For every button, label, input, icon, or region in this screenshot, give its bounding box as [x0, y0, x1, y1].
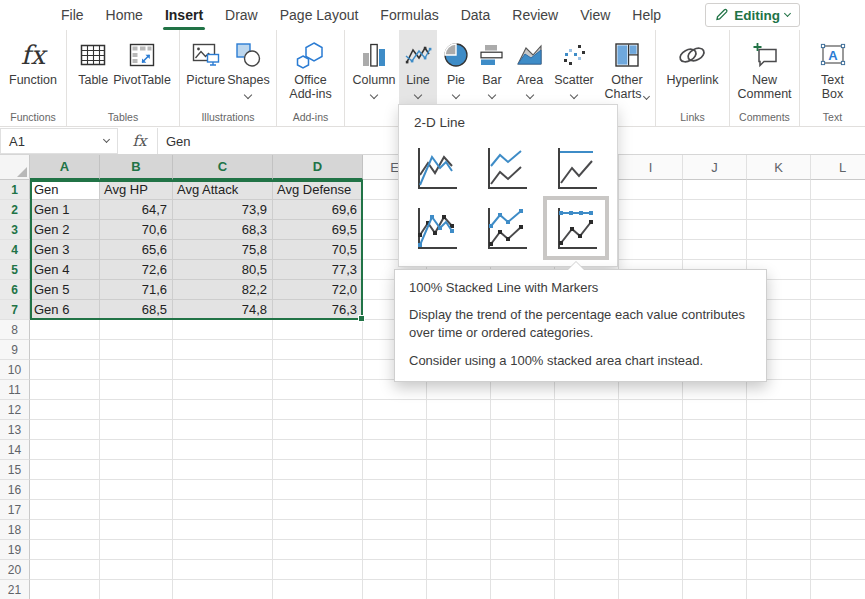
cell-E15[interactable] [363, 460, 427, 480]
pie-chart-button[interactable]: Pie [439, 30, 473, 110]
cell-J17[interactable] [683, 500, 747, 520]
cell-C20[interactable] [173, 560, 273, 580]
column-header-I[interactable]: I [619, 155, 683, 180]
cell-J12[interactable] [683, 400, 747, 420]
tab-page-layout[interactable]: Page Layout [269, 0, 370, 30]
cell-C21[interactable] [173, 580, 273, 599]
cell-G13[interactable] [491, 420, 555, 440]
cell-A10[interactable] [30, 360, 100, 380]
cell-B6[interactable]: 71,6 [100, 280, 173, 300]
cell-A1[interactable]: Gen [30, 180, 100, 200]
cell-K19[interactable] [747, 540, 811, 560]
cell-F12[interactable] [427, 400, 491, 420]
tab-insert[interactable]: Insert [154, 0, 214, 30]
cell-K13[interactable] [747, 420, 811, 440]
cell-L17[interactable] [811, 500, 865, 520]
cell-F18[interactable] [427, 520, 491, 540]
cell-C7[interactable]: 74,8 [173, 300, 273, 320]
cell-B8[interactable] [100, 320, 173, 340]
cell-I19[interactable] [619, 540, 683, 560]
cell-G12[interactable] [491, 400, 555, 420]
cell-C8[interactable] [173, 320, 273, 340]
cell-B1[interactable]: Avg HP [100, 180, 173, 200]
cell-C1[interactable]: Avg Attack [173, 180, 273, 200]
row-header-4[interactable]: 4 [0, 240, 30, 260]
pivottable-button[interactable]: PivotTable [113, 30, 171, 110]
cell-D9[interactable] [273, 340, 363, 360]
cell-G21[interactable] [491, 580, 555, 599]
cell-B10[interactable] [100, 360, 173, 380]
cell-E20[interactable] [363, 560, 427, 580]
cell-E21[interactable] [363, 580, 427, 599]
cell-B18[interactable] [100, 520, 173, 540]
cell-L20[interactable] [811, 560, 865, 580]
cell-B20[interactable] [100, 560, 173, 580]
cell-G16[interactable] [491, 480, 555, 500]
cell-H12[interactable] [555, 400, 619, 420]
cell-C11[interactable] [173, 380, 273, 400]
cell-J19[interactable] [683, 540, 747, 560]
cell-F14[interactable] [427, 440, 491, 460]
column-chart-button[interactable]: Column [351, 30, 397, 110]
cell-G14[interactable] [491, 440, 555, 460]
cell-E11[interactable] [363, 380, 427, 400]
100-stacked-line-with-markers-chart-option[interactable] [552, 205, 600, 251]
cell-B3[interactable]: 70,6 [100, 220, 173, 240]
cell-A13[interactable] [30, 420, 100, 440]
cell-K11[interactable] [747, 380, 811, 400]
cell-F17[interactable] [427, 500, 491, 520]
text-box-button[interactable]: A Text Box [815, 30, 851, 110]
cell-J2[interactable] [683, 200, 747, 220]
cell-H19[interactable] [555, 540, 619, 560]
cell-I17[interactable] [619, 500, 683, 520]
cell-H21[interactable] [555, 580, 619, 599]
cell-A9[interactable] [30, 340, 100, 360]
cell-I18[interactable] [619, 520, 683, 540]
cell-G19[interactable] [491, 540, 555, 560]
cell-K21[interactable] [747, 580, 811, 599]
row-header-3[interactable]: 3 [0, 220, 30, 240]
column-header-J[interactable]: J [683, 155, 747, 180]
fill-handle[interactable] [358, 315, 365, 322]
cell-G15[interactable] [491, 460, 555, 480]
cell-L21[interactable] [811, 580, 865, 599]
tab-help[interactable]: Help [621, 0, 672, 30]
cell-B12[interactable] [100, 400, 173, 420]
cell-L4[interactable] [811, 240, 865, 260]
cell-K4[interactable] [747, 240, 811, 260]
column-header-L[interactable]: L [811, 155, 865, 180]
tab-review[interactable]: Review [501, 0, 569, 30]
cell-E17[interactable] [363, 500, 427, 520]
cell-L12[interactable] [811, 400, 865, 420]
row-header-5[interactable]: 5 [0, 260, 30, 280]
cell-I2[interactable] [619, 200, 683, 220]
cell-D4[interactable]: 70,5 [273, 240, 363, 260]
cell-I16[interactable] [619, 480, 683, 500]
cell-D16[interactable] [273, 480, 363, 500]
row-header-12[interactable]: 12 [0, 400, 30, 420]
cell-F15[interactable] [427, 460, 491, 480]
cell-E19[interactable] [363, 540, 427, 560]
cell-I13[interactable] [619, 420, 683, 440]
cell-H18[interactable] [555, 520, 619, 540]
cell-L18[interactable] [811, 520, 865, 540]
stacked-line-chart-option[interactable] [482, 145, 530, 191]
cell-J20[interactable] [683, 560, 747, 580]
cell-B14[interactable] [100, 440, 173, 460]
cell-C19[interactable] [173, 540, 273, 560]
cell-E18[interactable] [363, 520, 427, 540]
row-header-20[interactable]: 20 [0, 560, 30, 580]
column-header-C[interactable]: C [173, 155, 273, 180]
cell-J13[interactable] [683, 420, 747, 440]
cell-H13[interactable] [555, 420, 619, 440]
cell-B2[interactable]: 64,7 [100, 200, 173, 220]
cell-L16[interactable] [811, 480, 865, 500]
cell-B11[interactable] [100, 380, 173, 400]
cell-F16[interactable] [427, 480, 491, 500]
cell-H11[interactable] [555, 380, 619, 400]
cell-E12[interactable] [363, 400, 427, 420]
cell-L6[interactable] [811, 280, 865, 300]
cell-D1[interactable]: Avg Defense [273, 180, 363, 200]
cell-K18[interactable] [747, 520, 811, 540]
cell-A20[interactable] [30, 560, 100, 580]
